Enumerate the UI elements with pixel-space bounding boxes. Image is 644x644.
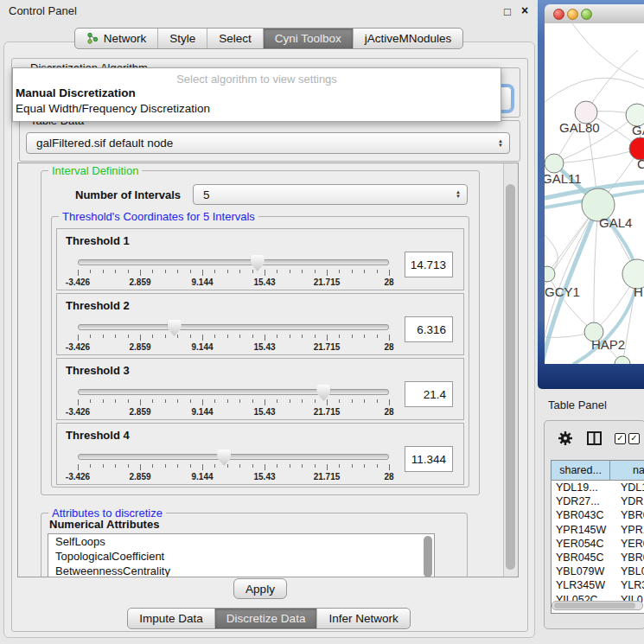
slider-tick [78,335,79,341]
split-columns-icon[interactable] [587,431,602,445]
threshold-value-field[interactable]: 11.344 [405,446,453,472]
apply-button[interactable]: Apply [233,578,287,599]
slider-handle[interactable] [217,450,231,466]
top-tab-bar: NetworkStyleSelectCyni ToolboxjActiveMNo… [74,28,464,49]
threshold-slider[interactable]: -3.4262.8599.14415.4321.71528 [78,255,389,286]
slider-track[interactable] [78,259,389,265]
slider-tick [252,270,253,273]
threshold-value-field[interactable]: 21.4 [405,381,453,407]
slider-tick-label: 21.715 [314,407,341,417]
screen: Control Panel □ × NetworkStyleSelectCyni… [0,0,644,644]
table-data-combobox[interactable]: galFiltered.sif default node ▲▼ [26,132,510,154]
table-row[interactable]: YBR045CYBR0 [552,551,644,564]
threshold-value-field[interactable]: 14.713 [405,252,453,277]
network-canvas[interactable]: GAL80GACGAL11GAL4HGCY1HAP2 [545,23,644,364]
algorithm-popup-hint: Select algorithm to view settings [13,68,501,86]
scrollbar-thumb[interactable] [506,184,515,570]
slider-tick [152,399,153,403]
zoom-traffic-light-icon[interactable] [581,9,592,20]
table-hscrollbar-track[interactable] [552,601,643,610]
threshold-slider[interactable]: -3.4262.8599.14415.4321.71528 [78,320,389,351]
slider-tick-label: 15.43 [253,342,275,352]
slider-tick [202,335,203,341]
close-icon[interactable]: × [521,3,528,17]
slider-handle[interactable] [316,385,330,401]
checkbox-icon[interactable]: ✓ [615,433,626,444]
table-row[interactable]: YDR27...YDR2 [552,494,644,508]
network-window-titlebar[interactable] [545,4,644,24]
attribute-item-topologicalcoefficient[interactable]: TopologicalCoefficient [48,549,434,564]
threshold-label: Threshold 4 [66,429,130,442]
slider-tick [352,270,353,273]
tab-impute-data[interactable]: Impute Data [128,609,215,628]
table-row[interactable]: YPR145WYPR1 [552,523,644,537]
slider-track[interactable] [78,454,389,460]
slider-tick-label: -3.426 [66,277,90,287]
number-of-intervals-combobox[interactable]: 5 ▲▼ [193,184,468,205]
slider-tick [302,464,303,468]
tab-select[interactable]: Select [207,29,264,48]
gear-icon[interactable] [558,430,573,446]
slider-tick [364,270,365,273]
slider-handle[interactable] [168,320,182,336]
tab-jactivemnodules[interactable]: jActiveMNodules [354,29,463,48]
popup-item-equal-width-frequency-discretization[interactable]: Equal Width/Frequency Discretization [13,101,501,117]
threshold-slider[interactable]: -3.4262.8599.14415.4321.71528 [78,385,389,416]
float-window-icon[interactable]: □ [504,5,511,18]
node-table[interactable]: shared... na YDL19...YDL1YDR27...YDR2YBR… [551,460,644,614]
column-header-name[interactable]: na [610,461,644,480]
minimize-traffic-light-icon[interactable] [567,9,578,20]
table-header: shared... na [552,461,644,481]
table-row[interactable]: YBR043CYBR0 [552,508,644,522]
slider-tick [302,335,303,338]
thresholds-title: Threshold's Coordinates for 5 Intervals [59,210,258,223]
slider-tick [352,399,353,403]
attribute-item-selfloops[interactable]: SelfLoops [48,534,434,549]
network-node-gal11[interactable] [545,154,564,173]
table-cell-shared-name: YBR045C [552,552,613,564]
threshold-slider[interactable]: -3.4262.8599.14415.4321.71528 [78,450,389,481]
scrollbar-track[interactable] [503,163,518,577]
slider-tick [389,335,390,341]
slider-tick-label: 9.144 [191,277,213,287]
slider-tick-label: 2.859 [129,407,150,417]
slider-tick [364,335,365,338]
settings-scrollpane: Interval Definition Number of Intervals … [17,163,519,577]
threshold-value-field[interactable]: 6.316 [405,316,453,342]
slider-tick [265,335,265,341]
slider-tick [177,399,178,403]
slider-tick-label: 21.715 [314,277,341,287]
popup-item-manual-discretization[interactable]: Manual Discretization [13,86,501,101]
table-hscrollbar-thumb[interactable] [554,603,635,609]
close-traffic-light-icon[interactable] [553,9,564,20]
table-row[interactable]: YLR345WYLR3 [552,578,644,592]
tab-cyni-toolbox[interactable]: Cyni Toolbox [264,29,354,48]
tab-style[interactable]: Style [158,29,207,48]
tab-network[interactable]: Network [75,29,159,48]
slider-tick [214,399,215,403]
network-node-label: HAP2 [591,337,625,352]
table-row[interactable]: YER054CYER0 [552,537,644,551]
table-row[interactable]: YBL079WYBL0 [552,564,644,578]
attribute-item-betweennesscentrality[interactable]: BetweennessCentrality [48,564,434,577]
network-node-label: GCY1 [545,284,580,299]
slider-track[interactable] [78,389,389,395]
table-row[interactable]: YDL19...YDL1 [552,481,644,494]
tab-infer-network[interactable]: Infer Network [317,609,409,628]
list-scrollbar[interactable] [424,536,432,577]
checkbox-icon[interactable]: ✓ [628,433,640,444]
slider-tick [364,464,365,468]
slider-tick [152,270,153,273]
tab-discretize-data[interactable]: Discretize Data [215,609,318,628]
column-header-shared-name[interactable]: shared... [552,461,610,480]
slider-track[interactable] [78,324,389,330]
number-of-intervals-value: 5 [203,188,210,201]
slider-tick [103,464,104,468]
slider-tick [239,464,240,468]
network-graph: GAL80GACGAL11GAL4HGCY1HAP2 [545,23,644,364]
numerical-attributes-list[interactable]: SelfLoopsTopologicalCoefficientBetweenne… [48,533,435,577]
table-cell-name: YBL0 [613,565,644,577]
slider-tick-label: 28 [384,472,393,481]
bottom-tab-bar: Impute DataDiscretize DataInfer Network [127,608,410,629]
control-panel-title: Control Panel [9,4,77,17]
